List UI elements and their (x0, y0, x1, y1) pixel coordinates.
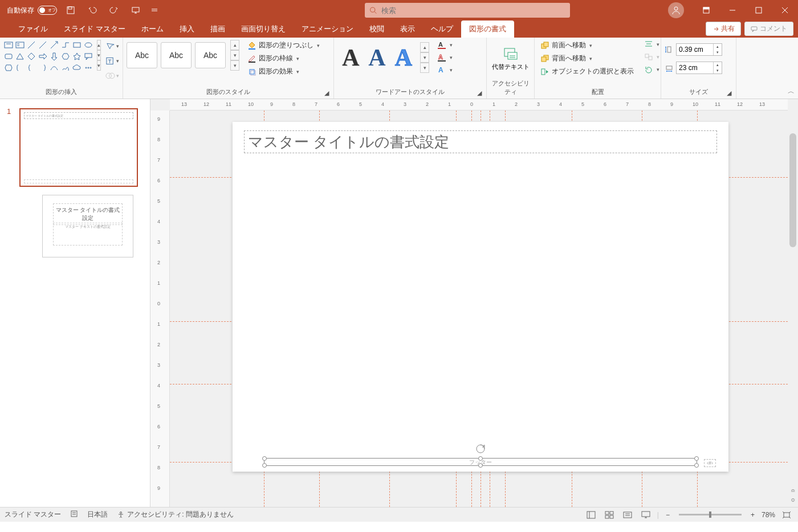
shape-rect-icon[interactable] (72, 40, 82, 50)
style-swatch-2[interactable]: Abc (161, 42, 192, 68)
gallery-more-icon[interactable]: ▾ (97, 60, 101, 71)
fit-to-window-icon[interactable] (780, 509, 793, 521)
shape-gallery[interactable] (3, 40, 93, 73)
shape-oval-icon[interactable] (83, 40, 93, 50)
style-gallery[interactable]: Abc Abc Abc ▴ ▾ ▾ (127, 40, 239, 71)
status-accessibility[interactable]: アクセシビリティ: 問題ありません (117, 510, 234, 519)
style-swatch-1[interactable]: Abc (127, 42, 157, 68)
text-fill-button[interactable]: A▾ (436, 40, 454, 50)
shape-hexagon-icon[interactable] (60, 51, 71, 62)
thumbnail-layout-slide[interactable]: マスター タイトルの書式設定 マスター テキストの書式設定 (42, 195, 133, 257)
save-icon[interactable] (63, 2, 79, 18)
align-button[interactable]: ▾ (642, 40, 662, 49)
tab-view[interactable]: 表示 (392, 21, 423, 38)
title-placeholder[interactable]: マスター タイトルの書式設定 (244, 130, 717, 153)
wordart-style-2[interactable]: A (366, 44, 388, 71)
scrollbar-thumb[interactable] (789, 133, 796, 247)
shape-line-icon[interactable] (26, 40, 36, 50)
close-icon[interactable] (772, 0, 798, 21)
zoom-slider[interactable] (679, 514, 742, 515)
shape-freeform-icon[interactable] (60, 63, 71, 73)
handle-ne[interactable] (694, 456, 699, 461)
text-effects-button[interactable]: A▾ (436, 65, 454, 75)
search-box[interactable] (365, 3, 570, 18)
thumbnail-layout-1[interactable]: マスター タイトルの書式設定 マスター テキストの書式設定 (19, 195, 142, 257)
shape-arrow-down-icon[interactable] (49, 51, 59, 62)
view-normal-icon[interactable] (584, 509, 598, 521)
zoom-in-button[interactable]: + (748, 511, 757, 519)
tab-insert[interactable]: 挿入 (172, 21, 202, 38)
view-slideshow-icon[interactable] (639, 509, 653, 521)
shape-star-icon[interactable] (72, 51, 82, 62)
handle-nw[interactable] (262, 456, 267, 461)
style-up-icon[interactable]: ▴ (230, 40, 239, 50)
selected-footer-box[interactable]: フッター (264, 458, 697, 466)
height-input[interactable] (677, 46, 713, 54)
merge-shapes-icon[interactable]: ▾ (105, 69, 119, 82)
width-input-wrap[interactable]: ▴▾ (676, 62, 722, 74)
pagenum-placeholder[interactable]: ‹#› (704, 459, 716, 467)
view-sorter-icon[interactable] (602, 509, 616, 521)
present-icon[interactable] (128, 2, 144, 18)
thumbnail-pane[interactable]: 1 マスター タイトルの書式設定 マスター タイトルの書式設定 マスター テキス… (0, 99, 150, 507)
rotate-handle-icon[interactable] (475, 444, 486, 454)
height-input-wrap[interactable]: ▴▾ (676, 43, 722, 56)
canvas-wrap[interactable]: マスター タイトルの書式設定 フッター ‹#› (170, 111, 788, 507)
next-slide-icon[interactable]: ≎ (789, 496, 797, 504)
ribbon-display-icon[interactable] (693, 0, 719, 21)
style-more-icon[interactable]: ▾ (230, 60, 239, 71)
shape-textbox2-icon[interactable] (15, 40, 25, 50)
rotate-button[interactable]: ▾ (642, 65, 662, 74)
wordart-style-1[interactable]: A (340, 44, 361, 71)
status-language[interactable]: 日本語 (87, 510, 108, 519)
handle-se[interactable] (694, 463, 699, 468)
ruler-vertical[interactable]: 9876543210123456789 (150, 111, 170, 507)
shape-outline-button[interactable]: 図形の枠線▾ (245, 53, 322, 64)
notes-icon[interactable] (70, 510, 78, 519)
shape-brace-icon[interactable] (26, 63, 36, 73)
tab-help[interactable]: ヘルプ (423, 21, 461, 38)
style-down-icon[interactable]: ▾ (230, 50, 239, 60)
style-swatch-3[interactable]: Abc (195, 42, 226, 68)
ruler-horizontal[interactable]: 13121110987654321012345678910111213 (170, 99, 788, 111)
tab-file[interactable]: ファイル (10, 21, 56, 38)
selection-pane-button[interactable]: オブジェクトの選択と表示 (538, 66, 636, 77)
comment-button[interactable]: コメント (744, 22, 793, 36)
shape-bracket-icon[interactable] (15, 63, 25, 73)
style-gallery-spinner[interactable]: ▴ ▾ ▾ (230, 40, 239, 71)
ribbon-collapse-icon[interactable]: ︿ (788, 87, 795, 96)
shape-styles-launcher-icon[interactable]: ◢ (323, 89, 330, 96)
tab-slide-master[interactable]: スライド マスター (56, 21, 133, 38)
wordart-gallery-spinner[interactable]: ▴ ▾ ▾ (420, 42, 429, 73)
wordart-gallery[interactable]: A A A ▴ ▾ ▾ (337, 40, 431, 75)
qat-overflow-icon[interactable] (149, 2, 160, 18)
shape-roundrect-icon[interactable] (3, 51, 14, 62)
gallery-up-icon[interactable]: ▴ (97, 40, 101, 50)
shape-curve-icon[interactable] (49, 63, 59, 73)
redo-icon[interactable] (106, 2, 122, 18)
shape-arrow-right-icon[interactable] (38, 51, 48, 62)
search-input[interactable] (381, 6, 565, 15)
shape-arrow-icon[interactable] (49, 40, 59, 50)
wordart-launcher-icon[interactable]: ◢ (476, 89, 483, 96)
shape-elbow-icon[interactable] (60, 40, 71, 50)
tab-home[interactable]: ホーム (133, 21, 172, 38)
tab-draw[interactable]: 描画 (202, 21, 233, 38)
vertical-scrollbar[interactable]: ≏ ≎ (788, 111, 798, 507)
shape-fill-button[interactable]: 図形の塗りつぶし▾ (245, 40, 322, 51)
minimize-icon[interactable] (719, 0, 746, 21)
autosave-toggle[interactable]: 自動保存 オフ (7, 6, 57, 15)
shape-gallery-spinner[interactable]: ▴ ▾ ▾ (97, 40, 101, 71)
shape-triangle-icon[interactable] (15, 51, 25, 62)
tab-review[interactable]: 校閲 (361, 21, 392, 38)
width-down-icon[interactable]: ▾ (714, 68, 722, 73)
wordart-more-icon[interactable]: ▾ (420, 63, 429, 73)
wordart-style-3[interactable]: A (393, 44, 414, 71)
slide-canvas[interactable]: マスター タイトルの書式設定 フッター ‹#› (233, 122, 728, 472)
tab-transitions[interactable]: 画面切り替え (233, 21, 294, 38)
thumbnail-master[interactable]: 1 マスター タイトルの書式設定 (19, 108, 142, 187)
shape-flowchart-icon[interactable] (3, 63, 14, 73)
group-button[interactable]: ▾ (642, 52, 662, 62)
wordart-up-icon[interactable]: ▴ (420, 42, 429, 52)
footer-placeholder[interactable]: フッター (469, 459, 492, 466)
